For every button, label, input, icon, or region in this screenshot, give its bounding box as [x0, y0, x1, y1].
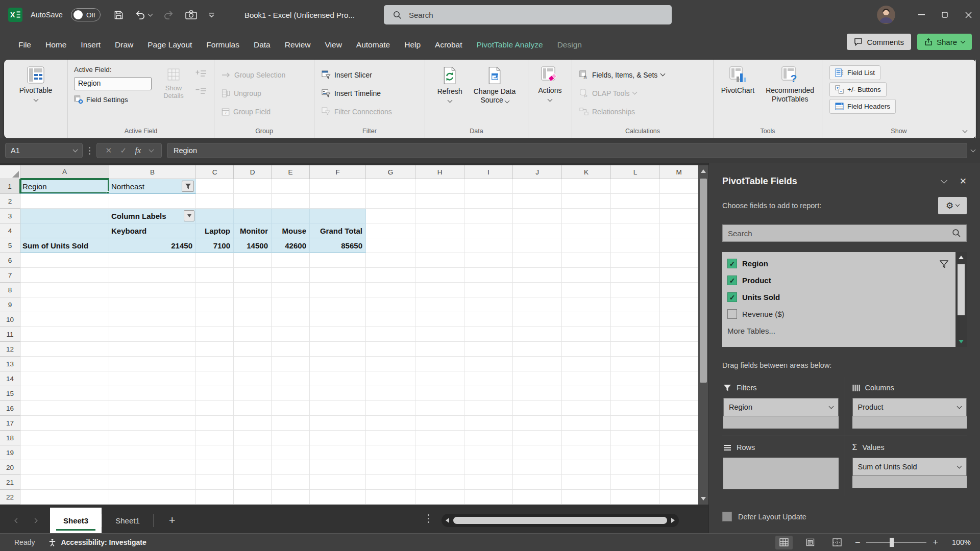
comments-button[interactable]: Comments — [847, 34, 911, 50]
cell-A21[interactable] — [20, 475, 109, 490]
cell-J19[interactable] — [513, 445, 562, 460]
cell-A17[interactable] — [20, 416, 109, 431]
cell-C20[interactable] — [196, 460, 234, 475]
cell-B8[interactable] — [109, 283, 196, 297]
cell-K3[interactable] — [562, 209, 611, 223]
cell-H8[interactable] — [415, 283, 464, 297]
row-header-4[interactable]: 4 — [0, 223, 20, 238]
cell-K17[interactable] — [562, 416, 611, 431]
cell-I8[interactable] — [464, 283, 513, 297]
cell-H7[interactable] — [415, 268, 464, 283]
cell-H17[interactable] — [415, 416, 464, 431]
cell-L8[interactable] — [611, 283, 660, 297]
cell-H1[interactable] — [415, 179, 464, 194]
field-settings-button[interactable]: Field Settings — [74, 95, 152, 104]
cell-E4[interactable]: Mouse — [272, 223, 310, 238]
cell-L18[interactable] — [611, 431, 660, 445]
cell-C3[interactable] — [196, 209, 234, 223]
cell-D13[interactable] — [234, 357, 272, 371]
cell-K11[interactable] — [562, 327, 611, 342]
cell-G13[interactable] — [366, 357, 415, 371]
tab-formulas[interactable]: Formulas — [199, 35, 247, 55]
cell-A15[interactable] — [20, 386, 109, 401]
cell-I17[interactable] — [464, 416, 513, 431]
defer-layout-checkbox[interactable] — [722, 512, 732, 521]
sheet-tab-sheet1[interactable]: Sheet1 — [102, 508, 153, 533]
zoom-in-button[interactable]: + — [933, 537, 938, 548]
cell-B4[interactable]: Keyboard — [109, 223, 196, 238]
insert-function-icon[interactable]: fx — [135, 146, 141, 155]
cell-H13[interactable] — [415, 357, 464, 371]
cell-A13[interactable] — [20, 357, 109, 371]
tab-overflow-icon[interactable] — [428, 514, 429, 523]
cell-M20[interactable] — [660, 460, 698, 475]
cell-H9[interactable] — [415, 297, 464, 312]
cell-B19[interactable] — [109, 445, 196, 460]
cell-M8[interactable] — [660, 283, 698, 297]
cell-F22[interactable] — [310, 490, 366, 505]
cell-L5[interactable] — [611, 238, 660, 253]
cell-E1[interactable] — [272, 179, 310, 194]
cell-H21[interactable] — [415, 475, 464, 490]
cell-I22[interactable] — [464, 490, 513, 505]
cell-C16[interactable] — [196, 401, 234, 416]
cell-F10[interactable] — [310, 312, 366, 327]
cell-H5[interactable] — [415, 238, 464, 253]
cell-C18[interactable] — [196, 431, 234, 445]
cell-M6[interactable] — [660, 253, 698, 268]
column-header-F[interactable]: F — [310, 165, 366, 179]
cell-H11[interactable] — [415, 327, 464, 342]
cell-A11[interactable] — [20, 327, 109, 342]
cell-F4[interactable]: Grand Total — [310, 223, 366, 238]
autosave-toggle[interactable]: Off — [71, 8, 101, 21]
cell-G22[interactable] — [366, 490, 415, 505]
cell-F3[interactable] — [310, 209, 366, 223]
cell-L2[interactable] — [611, 194, 660, 209]
cell-A6[interactable] — [20, 253, 109, 268]
cell-L9[interactable] — [611, 297, 660, 312]
cell-A14[interactable] — [20, 371, 109, 386]
cell-F5[interactable]: 85650 — [310, 238, 366, 253]
cell-B2[interactable] — [109, 194, 196, 209]
cell-E20[interactable] — [272, 460, 310, 475]
cell-B17[interactable] — [109, 416, 196, 431]
cell-A9[interactable] — [20, 297, 109, 312]
cell-A2[interactable] — [20, 194, 109, 209]
cell-G17[interactable] — [366, 416, 415, 431]
panel-search-input[interactable]: Search — [722, 224, 967, 242]
panel-tools-button[interactable]: ⚙ — [938, 197, 967, 214]
row-header-19[interactable]: 19 — [0, 445, 20, 460]
actions-button[interactable]: Actions — [534, 65, 566, 125]
cell-L22[interactable] — [611, 490, 660, 505]
row-header-5[interactable]: 5 — [0, 238, 20, 253]
share-button[interactable]: Share — [917, 34, 972, 50]
select-all-corner[interactable] — [0, 165, 20, 179]
cell-C15[interactable] — [196, 386, 234, 401]
cell-K21[interactable] — [562, 475, 611, 490]
cell-G5[interactable] — [366, 238, 415, 253]
cell-K6[interactable] — [562, 253, 611, 268]
cell-I1[interactable] — [464, 179, 513, 194]
cell-C11[interactable] — [196, 327, 234, 342]
cell-G1[interactable] — [366, 179, 415, 194]
cell-H19[interactable] — [415, 445, 464, 460]
cell-J8[interactable] — [513, 283, 562, 297]
cell-E19[interactable] — [272, 445, 310, 460]
cell-C14[interactable] — [196, 371, 234, 386]
cell-M1[interactable] — [660, 179, 698, 194]
normal-view-button[interactable] — [775, 536, 793, 549]
column-header-L[interactable]: L — [611, 165, 660, 179]
cell-F7[interactable] — [310, 268, 366, 283]
cell-B14[interactable] — [109, 371, 196, 386]
tab-draw[interactable]: Draw — [108, 35, 140, 55]
sheet-tab-sheet3[interactable]: Sheet3 — [50, 508, 102, 533]
cell-J22[interactable] — [513, 490, 562, 505]
cell-J14[interactable] — [513, 371, 562, 386]
row-header-17[interactable]: 17 — [0, 416, 20, 431]
tab-pivottable-analyze[interactable]: PivotTable Analyze — [470, 35, 550, 55]
cell-G20[interactable] — [366, 460, 415, 475]
cell-F1[interactable] — [310, 179, 366, 194]
cell-M17[interactable] — [660, 416, 698, 431]
cell-H22[interactable] — [415, 490, 464, 505]
cell-I4[interactable] — [464, 223, 513, 238]
